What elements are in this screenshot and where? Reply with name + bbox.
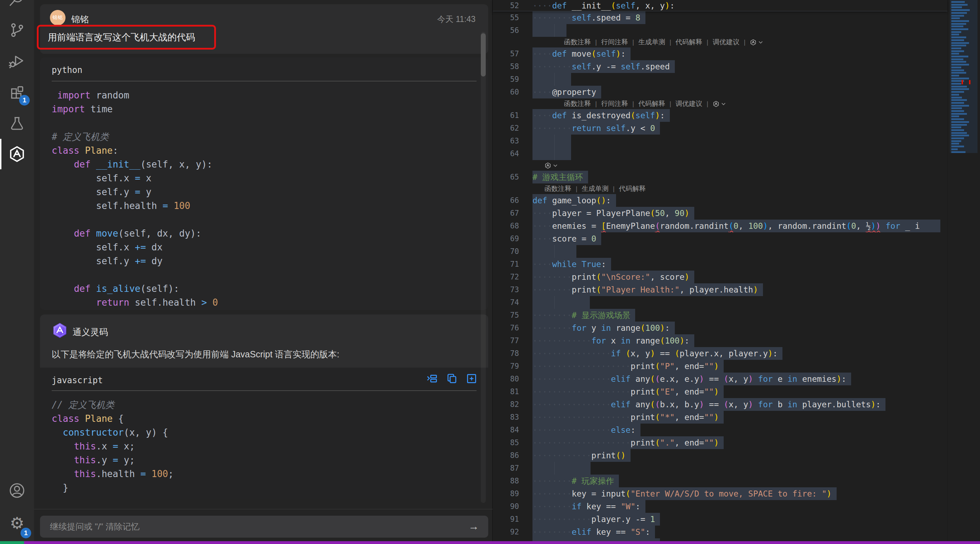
line-number: 61 [493,111,519,120]
code-line: this.health = 100; [52,467,481,481]
code-line: this.x = x; [52,440,481,453]
python-code-block: python import randomimport time # 定义飞机类c… [40,57,488,310]
settings-gear-icon[interactable]: ⚙ 1 [0,507,34,539]
status-bar[interactable] [24,541,980,544]
line-number: 77 [493,337,519,345]
tongyi-lingma-activity-icon[interactable] [0,138,34,170]
lingma-icon[interactable] [544,162,551,169]
codelens-actions: 函数注释|生成单测|代码解释 [493,183,947,194]
input-placeholder: 继续提问或 "/" 清除记忆 [50,516,140,538]
minimap-line [951,18,960,19]
codelens-link[interactable]: 生成单测 [582,184,609,193]
line-number: 74 [493,298,519,307]
sticky-code-text: ····def __init__(self, x, y): [533,1,675,10]
search-icon[interactable] [0,0,34,8]
minimap-line [951,88,969,90]
line-number: 67 [493,209,519,217]
lingma-icon[interactable] [713,101,719,107]
chat-scrollbar-track[interactable] [481,32,486,503]
code-line: 79····················print("P", end="") [493,360,947,373]
chat-scrollbar-thumb[interactable] [481,33,486,77]
code-language-label: javascript [52,375,103,385]
minimap-line [951,59,963,60]
code-line: 75········# 显示游戏场景 [493,309,947,322]
code-line: 59 [493,73,947,86]
codelens-link[interactable]: 行间注释 [601,99,628,108]
source-control-icon[interactable] [0,14,34,46]
line-number: 82 [493,400,519,409]
code-line: 67····player = PlayerPlane(50, 90) [493,207,947,220]
new-file-plus-icon[interactable] [466,373,477,384]
line-number: 65 [493,173,519,181]
code-line: return self.health > 0 [52,296,481,309]
chat-input[interactable]: 继续提问或 "/" 清除记忆 → [40,516,488,538]
code-line: self.x += dx [52,241,481,254]
minimap-line [951,145,964,147]
code-line: def is_alive(self): [52,282,481,296]
lingma-inline-widget [493,160,947,171]
extensions-icon[interactable]: 1 [0,77,34,108]
code-line [52,213,481,227]
minimap-line [951,94,959,96]
status-bar-remote-segment[interactable] [0,541,24,544]
minimap-line [951,97,962,99]
line-number: 91 [493,515,519,523]
code-editor[interactable]: 52 ····def __init__(self, x, y): 55·····… [493,0,947,544]
account-icon[interactable] [0,475,34,506]
codelens-link[interactable]: 调优建议 [713,38,740,47]
assistant-name: 通义灵码 [73,326,108,338]
minimap-error-marker [962,80,963,84]
chat-panel: 锦铭 锦铭 今天 11:43 用前端语言改写这个飞机大战的代码 python i… [34,0,493,544]
chevron-down-icon[interactable] [553,163,558,168]
codelens-link[interactable]: 函数注释 [544,184,571,193]
run-and-debug-icon[interactable] [0,45,34,77]
minimap-line [951,37,966,38]
code-line: def __init__(self, x, y): [52,158,481,171]
lingma-icon[interactable] [750,39,757,46]
code-line: import random [52,89,481,102]
send-button[interactable]: → [468,516,479,538]
minimap[interactable] [947,0,980,544]
code-line: 60····@property [493,86,947,99]
line-number: 85 [493,439,519,447]
code-line: // 定义飞机类 [52,398,481,412]
minimap-line [951,121,969,123]
code-line: constructor(x, y) { [52,426,481,440]
insert-into-editor-icon[interactable] [426,373,438,384]
minimap-line [951,6,962,8]
minimap-line [951,151,966,153]
sticky-scroll-line[interactable]: 52 ····def __init__(self, x, y): [493,0,947,11]
code-line: 92········elif key == "S": [493,526,947,538]
minimap-line [951,34,959,35]
chevron-down-icon[interactable] [721,101,726,107]
code-line: 72········print("\nScore:", score) [493,271,947,283]
minimap-line [951,86,967,88]
codelens-link[interactable]: 生成单测 [638,38,665,47]
codelens-link[interactable]: 函数注释 [564,38,591,47]
line-number: 72 [493,273,519,281]
codelens-link[interactable]: 行间注释 [601,38,628,47]
code-line: 71····while True: [493,258,947,271]
line-number: 69 [493,235,519,243]
line-number: 58 [493,62,519,71]
codelens-link[interactable]: 函数注释 [564,99,591,108]
code-line: class Plane: [52,144,481,158]
minimap-line [951,72,966,74]
codelens-link[interactable]: 代码解释 [638,99,665,108]
testing-beaker-icon[interactable] [0,108,34,140]
code-line: def move(self, dx, dy): [52,227,481,241]
chevron-down-icon[interactable] [758,40,763,45]
code-line: class Plane { [52,412,481,426]
minimap-line [951,137,964,139]
codelens-link[interactable]: 代码解释 [619,184,646,193]
line-number: 92 [493,528,519,536]
line-number: 76 [493,324,519,332]
line-number: 80 [493,375,519,383]
codelens-link[interactable]: 代码解释 [676,38,702,47]
copy-icon[interactable] [446,373,458,384]
minimap-line [951,99,967,101]
codelens-link[interactable]: 调优建议 [676,99,702,108]
code-line: 83····················print("*", end="") [493,411,947,424]
user-name: 锦铭 [71,13,89,25]
minimap-line [951,50,964,52]
